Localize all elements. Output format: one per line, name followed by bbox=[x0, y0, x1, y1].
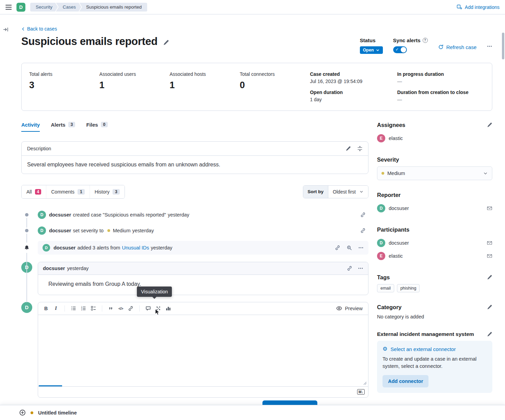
select-connector-link[interactable]: ⚙ Select an external connector bbox=[383, 346, 487, 352]
refresh-icon bbox=[438, 44, 444, 50]
filter-all-button[interactable]: All 4 bbox=[22, 185, 46, 198]
alerts-count-badge: 3 bbox=[68, 122, 75, 127]
untitled-timeline-label[interactable]: Untitled timeline bbox=[38, 410, 77, 416]
avatar: D bbox=[43, 244, 50, 252]
case-durations-column: In progress duration — Duration from cre… bbox=[397, 71, 484, 102]
participant-row: E elastic bbox=[377, 249, 492, 262]
avatar: E bbox=[377, 134, 385, 142]
svg-text:3: 3 bbox=[81, 309, 82, 311]
sort-order-select[interactable]: Oldest first bbox=[328, 186, 368, 198]
activity-filter-group: All 4 Comments 1 History 3 bbox=[21, 185, 125, 199]
link-icon[interactable] bbox=[126, 304, 135, 313]
bold-icon[interactable] bbox=[42, 304, 50, 313]
investigate-in-timeline-icon[interactable] bbox=[347, 245, 352, 250]
category-section: Category No category is added bbox=[377, 304, 492, 319]
edit-connector-icon[interactable] bbox=[487, 331, 492, 337]
edit-category-icon[interactable] bbox=[487, 304, 492, 310]
visualization-icon[interactable] bbox=[164, 304, 173, 313]
unusual-ids-link[interactable]: Unusual IDs bbox=[122, 245, 149, 250]
space-avatar[interactable]: D bbox=[16, 3, 25, 12]
severity-medium-dot bbox=[381, 172, 384, 175]
files-count-badge: 0 bbox=[101, 122, 108, 127]
stat-associated-hosts: Associated hosts 1 bbox=[169, 71, 240, 102]
tags-title: Tags bbox=[377, 274, 390, 281]
add-integrations-label: Add integrations bbox=[465, 4, 500, 10]
ordered-list-icon[interactable]: 123 bbox=[79, 304, 88, 313]
envelope-icon[interactable] bbox=[487, 253, 492, 259]
edit-description-icon[interactable] bbox=[345, 146, 351, 151]
assignees-section: Assignees E elastic bbox=[377, 122, 492, 145]
expand-sidebar-icon[interactable] bbox=[3, 27, 9, 405]
breadcrumb-security[interactable]: Security bbox=[30, 3, 58, 12]
stat-total-connectors: Total connectors 0 bbox=[240, 71, 310, 102]
left-rail bbox=[0, 14, 12, 405]
edit-title-icon[interactable] bbox=[163, 39, 169, 46]
code-icon[interactable] bbox=[116, 304, 125, 313]
case-summary-card: Total alerts 3 Associated users 1 Associ… bbox=[21, 63, 492, 111]
timeline-status-dot bbox=[31, 411, 33, 414]
add-timeline-icon[interactable] bbox=[19, 409, 26, 416]
comments-count-badge: 1 bbox=[78, 189, 85, 195]
category-title: Category bbox=[377, 304, 402, 311]
assignees-title: Assignees bbox=[377, 122, 406, 128]
user-comment: D docsuser yesterday bbox=[21, 262, 368, 295]
description-title: Description bbox=[27, 146, 51, 151]
copy-link-icon[interactable] bbox=[335, 245, 340, 250]
italic-icon[interactable] bbox=[51, 304, 60, 313]
timeline-bottom-bar: Untitled timeline bbox=[0, 405, 505, 420]
filter-comments-button[interactable]: Comments 1 bbox=[46, 185, 89, 198]
copy-link-icon[interactable] bbox=[347, 266, 352, 271]
menu-hamburger-icon[interactable] bbox=[5, 5, 12, 10]
avatar: D bbox=[21, 262, 32, 273]
edit-tags-icon[interactable] bbox=[487, 275, 492, 280]
alert-actions-menu-icon[interactable] bbox=[358, 245, 364, 250]
case-page: Back to cases Suspicious emails reported… bbox=[12, 14, 505, 420]
case-tabs: Activity Alerts 3 Files 0 bbox=[21, 122, 368, 132]
resize-handle-icon[interactable] bbox=[363, 382, 367, 385]
task-list-icon[interactable] bbox=[89, 304, 98, 313]
copy-link-icon[interactable] bbox=[360, 228, 366, 233]
envelope-icon[interactable] bbox=[487, 206, 492, 211]
severity-select[interactable]: Medium bbox=[377, 166, 492, 180]
comment-actions-menu-icon[interactable] bbox=[358, 266, 363, 271]
help-icon[interactable]: ? bbox=[423, 38, 428, 43]
visualization-tooltip: Visualization bbox=[137, 287, 172, 297]
back-to-cases-link[interactable]: Back to cases bbox=[21, 26, 57, 32]
connector-description: To create and update a case in an extern… bbox=[383, 355, 487, 371]
add-integrations-button[interactable]: Add integrations bbox=[457, 4, 500, 10]
tab-activity[interactable]: Activity bbox=[21, 122, 40, 132]
event-case-created: D docsuser created case "Suspicious emai… bbox=[21, 207, 368, 223]
breadcrumb-cases[interactable]: Cases bbox=[56, 3, 81, 12]
participants-section: Participants D docsuser E elastic bbox=[377, 226, 492, 262]
tab-files[interactable]: Files 0 bbox=[86, 122, 108, 132]
case-actions-menu-icon[interactable] bbox=[487, 44, 492, 49]
all-count-badge: 4 bbox=[35, 189, 42, 195]
new-comment-editor: D Visualization bbox=[21, 302, 368, 398]
sync-alerts-toggle[interactable] bbox=[393, 46, 407, 53]
breadcrumb: Security Cases Suspicious emails reporte… bbox=[30, 3, 147, 12]
reporter-title: Reporter bbox=[377, 192, 401, 198]
tab-alerts[interactable]: Alerts 3 bbox=[51, 122, 75, 132]
filter-history-button[interactable]: History 3 bbox=[90, 185, 125, 198]
description-panel: Description Several employees have recei… bbox=[21, 141, 368, 174]
status-block: Status Open bbox=[360, 37, 383, 54]
refresh-case-button[interactable]: Refresh case bbox=[438, 44, 477, 50]
event-dot-icon bbox=[25, 213, 28, 217]
status-dropdown-button[interactable]: Open bbox=[360, 46, 383, 54]
insert-timeline-icon[interactable] bbox=[144, 304, 153, 313]
copy-link-icon[interactable] bbox=[360, 212, 366, 218]
page-title: Suspicious emails reported bbox=[21, 35, 169, 48]
add-connector-button[interactable]: Add connector bbox=[383, 375, 428, 387]
comment-input[interactable] bbox=[38, 315, 368, 386]
envelope-icon[interactable] bbox=[487, 240, 492, 246]
preview-button[interactable]: Preview bbox=[334, 305, 365, 312]
quote-icon[interactable] bbox=[106, 304, 115, 313]
unordered-list-icon[interactable] bbox=[69, 304, 78, 313]
reporter-row: D docsuser bbox=[377, 202, 492, 215]
tag-badge: phishing bbox=[397, 284, 420, 292]
chevron-down-icon bbox=[483, 171, 488, 176]
markdown-icon: M↓ bbox=[357, 389, 365, 395]
scrollbar-thumb[interactable] bbox=[502, 33, 504, 59]
fold-description-icon[interactable] bbox=[357, 146, 363, 151]
edit-assignees-icon[interactable] bbox=[487, 122, 492, 128]
